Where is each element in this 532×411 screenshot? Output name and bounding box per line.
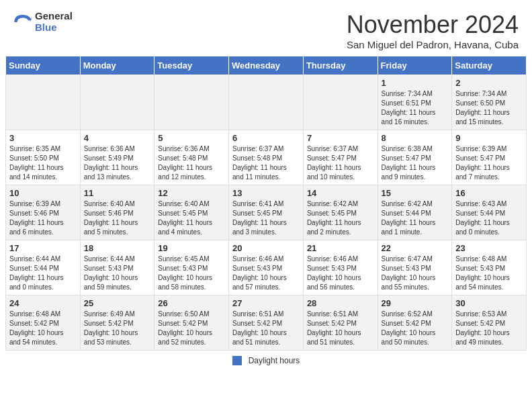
day-info: Sunrise: 6:38 AM Sunset: 5:47 PM Dayligh… [382,144,449,182]
day-info: Sunrise: 6:42 AM Sunset: 5:44 PM Dayligh… [382,199,449,237]
day-info: Sunrise: 6:39 AM Sunset: 5:46 PM Dayligh… [9,199,77,237]
weekday-header: Wednesday [229,56,304,75]
calendar-day-cell: 17Sunrise: 6:44 AM Sunset: 5:44 PM Dayli… [6,240,81,295]
calendar-day-cell: 9Sunrise: 6:39 AM Sunset: 5:47 PM Daylig… [452,130,527,185]
day-number: 21 [307,243,374,253]
calendar-day-cell: 26Sunrise: 6:50 AM Sunset: 5:42 PM Dayli… [154,295,229,351]
legend-box [232,356,242,365]
day-number: 18 [84,243,151,253]
calendar-day-cell: 20Sunrise: 6:46 AM Sunset: 5:43 PM Dayli… [229,240,304,295]
calendar-day-cell: 16Sunrise: 6:43 AM Sunset: 5:44 PM Dayli… [452,185,527,240]
calendar-day-cell: 14Sunrise: 6:42 AM Sunset: 5:45 PM Dayli… [303,185,378,240]
day-number: 8 [382,133,449,143]
title-block: November 2024 San Miguel del Padron, Hav… [347,11,519,50]
weekday-row: SundayMondayTuesdayWednesdayThursdayFrid… [6,56,527,75]
calendar-table: SundayMondayTuesdayWednesdayThursdayFrid… [5,56,527,351]
day-number: 2 [455,78,523,88]
day-number: 1 [382,78,449,88]
calendar-week-row: 17Sunrise: 6:44 AM Sunset: 5:44 PM Dayli… [6,240,527,295]
calendar-header: SundayMondayTuesdayWednesdayThursdayFrid… [6,56,527,75]
day-number: 28 [307,298,374,308]
day-number: 29 [382,298,449,308]
calendar-day-cell: 8Sunrise: 6:38 AM Sunset: 5:47 PM Daylig… [378,130,452,185]
day-number: 23 [455,243,523,253]
logo-general: General [35,11,73,22]
calendar-day-cell: 4Sunrise: 6:36 AM Sunset: 5:49 PM Daylig… [80,130,154,185]
day-info: Sunrise: 7:34 AM Sunset: 6:50 PM Dayligh… [455,89,523,127]
day-number: 13 [232,188,300,198]
calendar-day-cell: 11Sunrise: 6:40 AM Sunset: 5:46 PM Dayli… [80,185,154,240]
logo-icon [13,13,32,32]
calendar-day-cell: 2Sunrise: 7:34 AM Sunset: 6:50 PM Daylig… [452,75,527,130]
day-info: Sunrise: 6:43 AM Sunset: 5:44 PM Dayligh… [455,199,523,237]
day-number: 24 [9,298,77,308]
day-info: Sunrise: 6:35 AM Sunset: 5:50 PM Dayligh… [9,144,77,182]
day-number: 16 [455,188,523,198]
day-info: Sunrise: 6:40 AM Sunset: 5:46 PM Dayligh… [84,199,151,237]
day-info: Sunrise: 7:34 AM Sunset: 6:51 PM Dayligh… [382,89,449,127]
day-number: 14 [307,188,374,198]
day-number: 22 [382,243,449,253]
day-info: Sunrise: 6:40 AM Sunset: 5:45 PM Dayligh… [158,199,225,237]
day-number: 5 [158,133,225,143]
day-number: 11 [84,188,151,198]
weekday-header: Saturday [452,56,527,75]
calendar-day-cell [303,75,378,130]
page-header: General Blue November 2024 San Miguel de… [0,0,532,56]
calendar-day-cell: 21Sunrise: 6:46 AM Sunset: 5:43 PM Dayli… [303,240,378,295]
calendar-day-cell [80,75,154,130]
calendar-week-row: 24Sunrise: 6:48 AM Sunset: 5:42 PM Dayli… [6,295,527,351]
calendar-day-cell: 19Sunrise: 6:45 AM Sunset: 5:43 PM Dayli… [154,240,229,295]
calendar-week-row: 1Sunrise: 7:34 AM Sunset: 6:51 PM Daylig… [6,75,527,130]
day-info: Sunrise: 6:39 AM Sunset: 5:47 PM Dayligh… [455,144,523,182]
calendar-day-cell: 29Sunrise: 6:52 AM Sunset: 5:42 PM Dayli… [378,295,452,351]
day-number: 7 [307,133,374,143]
day-info: Sunrise: 6:37 AM Sunset: 5:47 PM Dayligh… [307,144,374,182]
day-number: 20 [232,243,300,253]
calendar-day-cell: 7Sunrise: 6:37 AM Sunset: 5:47 PM Daylig… [303,130,378,185]
weekday-header: Tuesday [154,56,229,75]
day-info: Sunrise: 6:49 AM Sunset: 5:42 PM Dayligh… [84,310,151,347]
day-number: 26 [158,298,225,308]
calendar-body: 1Sunrise: 7:34 AM Sunset: 6:51 PM Daylig… [6,75,527,351]
calendar-day-cell: 30Sunrise: 6:53 AM Sunset: 5:42 PM Dayli… [452,295,527,351]
logo: General Blue [13,11,73,33]
calendar-day-cell: 3Sunrise: 6:35 AM Sunset: 5:50 PM Daylig… [6,130,81,185]
day-info: Sunrise: 6:46 AM Sunset: 5:43 PM Dayligh… [232,255,300,292]
day-number: 3 [9,133,77,143]
day-info: Sunrise: 6:46 AM Sunset: 5:43 PM Dayligh… [307,255,374,292]
day-info: Sunrise: 6:44 AM Sunset: 5:44 PM Dayligh… [9,255,77,292]
day-info: Sunrise: 6:44 AM Sunset: 5:43 PM Dayligh… [84,255,151,292]
day-number: 30 [455,298,523,308]
day-info: Sunrise: 6:48 AM Sunset: 5:42 PM Dayligh… [9,310,77,347]
calendar-week-row: 10Sunrise: 6:39 AM Sunset: 5:46 PM Dayli… [6,185,527,240]
calendar-day-cell: 15Sunrise: 6:42 AM Sunset: 5:44 PM Dayli… [378,185,452,240]
weekday-header: Monday [80,56,154,75]
day-number: 27 [232,298,300,308]
month-title: November 2024 [347,11,519,39]
day-info: Sunrise: 6:48 AM Sunset: 5:43 PM Dayligh… [455,255,523,292]
day-info: Sunrise: 6:50 AM Sunset: 5:42 PM Dayligh… [158,310,225,347]
day-info: Sunrise: 6:45 AM Sunset: 5:43 PM Dayligh… [158,255,225,292]
calendar-day-cell: 27Sunrise: 6:51 AM Sunset: 5:42 PM Dayli… [229,295,304,351]
day-number: 9 [455,133,523,143]
day-info: Sunrise: 6:51 AM Sunset: 5:42 PM Dayligh… [232,310,300,347]
calendar-day-cell: 12Sunrise: 6:40 AM Sunset: 5:45 PM Dayli… [154,185,229,240]
calendar-day-cell: 28Sunrise: 6:51 AM Sunset: 5:42 PM Dayli… [303,295,378,351]
day-info: Sunrise: 6:47 AM Sunset: 5:43 PM Dayligh… [382,255,449,292]
day-number: 17 [9,243,77,253]
footer: Daylight hours [0,351,532,368]
day-info: Sunrise: 6:42 AM Sunset: 5:45 PM Dayligh… [307,199,374,237]
calendar-day-cell: 22Sunrise: 6:47 AM Sunset: 5:43 PM Dayli… [378,240,452,295]
calendar-day-cell: 1Sunrise: 7:34 AM Sunset: 6:51 PM Daylig… [378,75,452,130]
calendar-day-cell [154,75,229,130]
day-info: Sunrise: 6:52 AM Sunset: 5:42 PM Dayligh… [382,310,449,347]
day-info: Sunrise: 6:36 AM Sunset: 5:49 PM Dayligh… [84,144,151,182]
calendar-day-cell: 13Sunrise: 6:41 AM Sunset: 5:45 PM Dayli… [229,185,304,240]
logo-blue: Blue [35,22,73,34]
day-number: 25 [84,298,151,308]
calendar-day-cell: 6Sunrise: 6:37 AM Sunset: 5:48 PM Daylig… [229,130,304,185]
calendar-week-row: 3Sunrise: 6:35 AM Sunset: 5:50 PM Daylig… [6,130,527,185]
day-info: Sunrise: 6:36 AM Sunset: 5:48 PM Dayligh… [158,144,225,182]
day-number: 10 [9,188,77,198]
